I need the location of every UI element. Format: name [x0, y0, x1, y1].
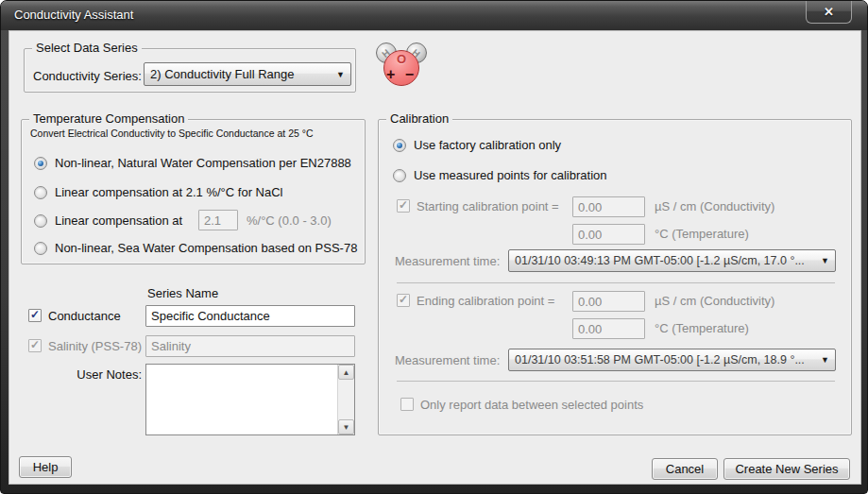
dialog-content: Select Data Series Conductivity Series: …	[9, 30, 861, 485]
separator	[397, 282, 835, 283]
radio-linear-custom-suffix: %/°C (0.0 - 3.0)	[247, 213, 332, 228]
check-icon: ✓	[30, 339, 40, 350]
salinity-label: Salinity (PSS-78)	[48, 339, 142, 353]
check-icon: ✓	[30, 309, 40, 320]
starting-measurement-time-select[interactable]: 01/31/10 03:49:13 PM GMT-05:00 [-1.2 µS/…	[508, 249, 836, 272]
radio-measured-points-label: Use measured points for calibration	[414, 168, 607, 182]
ending-measurement-time-label: Measurement time:	[395, 353, 500, 367]
chevron-down-icon: ▼	[821, 355, 829, 365]
chevron-down-icon: ▼	[821, 256, 829, 265]
conductance-label: Conductance	[48, 309, 121, 323]
radio-linear-nacl-label: Linear compensation at 2.1 %/°C for NaCl	[55, 185, 282, 199]
ending-calibration-label: Ending calibration point =	[417, 294, 554, 308]
radio-factory-calibration-label: Use factory calibration only	[414, 138, 561, 152]
starting-calibration-label: Starting calibration point =	[417, 199, 559, 213]
starting-conductivity-unit: µS / cm (Conductivity)	[655, 199, 774, 213]
window-title: Conductivity Assistant	[14, 8, 133, 22]
ending-conductivity-unit: µS / cm (Conductivity)	[655, 294, 774, 308]
radio-linear-custom-label: Linear compensation at	[55, 213, 182, 228]
group-title-calibration: Calibration	[386, 111, 452, 126]
check-icon: ✓	[399, 294, 408, 305]
starting-temperature-unit: °C (Temperature)	[655, 227, 749, 241]
group-select-data-series: Select Data Series Conductivity Series: …	[24, 48, 356, 93]
salinity-checkbox: ✓	[28, 339, 42, 352]
plus-minus-icon: + −	[384, 66, 418, 83]
scroll-down-icon: ▼	[343, 423, 350, 432]
user-notes-container: ▲ ▼	[145, 364, 355, 435]
check-icon: ✓	[399, 199, 408, 211]
starting-measurement-time-label: Measurement time:	[395, 254, 500, 268]
conductance-name-field[interactable]	[145, 305, 355, 327]
ending-measurement-time-select[interactable]: 01/31/10 03:51:58 PM GMT-05:00 [-1.2 µS/…	[508, 349, 836, 371]
user-notes-label: User Notes:	[72, 367, 142, 382]
conductivity-series-label: Conductivity Series:	[33, 69, 142, 83]
chevron-down-icon: ▼	[336, 70, 345, 79]
conductivity-assistant-dialog: Conductivity Assistant ✕ Select Data Ser…	[0, 0, 868, 494]
radio-nonlinear-sea-water[interactable]	[34, 242, 47, 255]
user-notes-scrollbar[interactable]: ▲ ▼	[337, 365, 354, 434]
ending-measurement-time-value: 01/31/10 03:51:58 PM GMT-05:00 [-1.2 µS/…	[515, 353, 815, 366]
radio-linear-custom[interactable]	[34, 214, 47, 228]
conductivity-series-select[interactable]: 2) Conductivity Full Range ▼	[144, 62, 351, 86]
group-title-select-data-series: Select Data Series	[32, 41, 142, 55]
group-temperature-compensation: Temperature Compensation Convert Electri…	[21, 119, 366, 264]
only-report-label: Only report data between selected points	[420, 398, 643, 412]
ending-calibration-checkbox: ✓	[397, 294, 410, 307]
water-molecule-icon: H H O + −	[376, 42, 427, 89]
conductivity-series-value: 2) Conductivity Full Range	[150, 67, 331, 81]
cancel-button[interactable]: Cancel	[652, 458, 718, 480]
scroll-up-icon: ▲	[343, 368, 350, 377]
ending-temperature-field	[572, 318, 645, 339]
radio-nonlinear-sea-water-label: Non-linear, Sea Water Compensation based…	[55, 241, 357, 255]
ending-conductivity-field	[572, 291, 645, 312]
conductance-checkbox[interactable]: ✓	[28, 309, 42, 322]
group-title-temperature-compensation: Temperature Compensation	[29, 111, 188, 126]
create-new-series-button[interactable]: Create New Series	[723, 458, 850, 480]
oxygen-body-icon: O + −	[383, 50, 419, 86]
radio-measured-points[interactable]	[393, 169, 406, 182]
starting-temperature-field	[572, 224, 645, 245]
radio-nonlinear-natural-water[interactable]	[34, 157, 47, 170]
radio-factory-calibration[interactable]	[393, 139, 406, 152]
starting-measurement-time-value: 01/31/10 03:49:13 PM GMT-05:00 [-1.2 µS/…	[515, 254, 815, 267]
temp-comp-subtitle: Convert Electrical Conductivity to Speci…	[30, 128, 314, 139]
salinity-name-field	[145, 335, 355, 357]
user-notes-textarea[interactable]	[146, 365, 337, 434]
titlebar[interactable]: Conductivity Assistant	[1, 1, 867, 30]
radio-nonlinear-natural-water-label: Non-linear, Natural Water Compensation p…	[55, 156, 351, 170]
starting-conductivity-field	[572, 196, 645, 217]
help-button[interactable]: Help	[19, 456, 72, 478]
radio-linear-nacl[interactable]	[34, 186, 47, 199]
only-report-checkbox	[400, 398, 414, 411]
series-name-header: Series Name	[147, 286, 218, 300]
close-icon: ✕	[824, 5, 834, 19]
scroll-down-button[interactable]: ▼	[338, 419, 354, 434]
starting-calibration-checkbox: ✓	[397, 199, 410, 213]
separator	[397, 381, 835, 382]
close-button[interactable]: ✕	[806, 0, 852, 24]
scrollbar-track[interactable]	[338, 380, 354, 419]
ending-temperature-unit: °C (Temperature)	[655, 321, 749, 335]
group-calibration: Calibration Use factory calibration only…	[378, 119, 852, 435]
linear-custom-rate-field	[198, 210, 238, 230]
scroll-up-button[interactable]: ▲	[338, 365, 354, 380]
